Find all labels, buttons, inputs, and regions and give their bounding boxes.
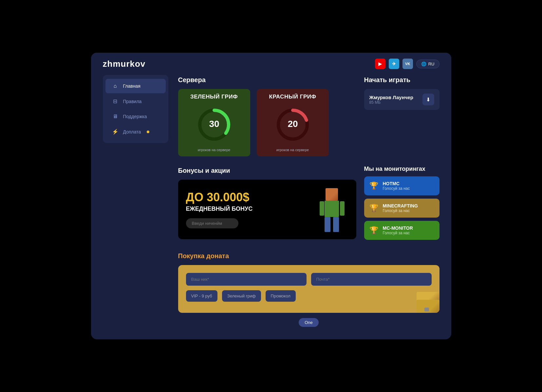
mc-arm-right xyxy=(340,201,345,216)
topup-icon: ⚡ xyxy=(112,129,119,135)
green-grif-option[interactable]: Зеленый гриф xyxy=(222,290,261,302)
minecrafting-name: MINECRAFTING xyxy=(383,203,418,208)
sidebar-label-support: Поддержка xyxy=(123,114,147,119)
donat-title: Покупка доната xyxy=(178,252,439,260)
red-server-donut: 20 xyxy=(275,107,311,143)
language-label: RU xyxy=(428,62,435,66)
mcmonitor-info: MC-MONITOR Голосуй за нас xyxy=(383,225,413,235)
monitoring-title: Мы на мониторингах xyxy=(364,166,439,172)
bonus-text-block: ДО 30.000$ ЕЖЕДНЕВНЫЙ БОНУС xyxy=(186,190,253,228)
bonuses-row: Бонусы и акции ДО 30.000$ ЕЖЕДНЕВНЫЙ БОН… xyxy=(178,166,439,243)
mc-body xyxy=(325,201,339,217)
launcher-info: Жмурков Лаунчер 85 МБ xyxy=(369,95,413,105)
launcher-name: Жмурков Лаунчер xyxy=(369,95,413,100)
logo: zhmurkov xyxy=(103,59,146,69)
start-play-panel: Начать играть Жмурков Лаунчер 85 МБ ⬇ xyxy=(364,75,439,110)
green-donut-wrap: 30 xyxy=(178,103,250,145)
svg-text:20: 20 xyxy=(288,119,298,129)
mc-arm-left xyxy=(320,201,324,216)
trophy-icon-mcmonitor: 🏆 xyxy=(369,226,378,235)
youtube-icon[interactable]: ▶ xyxy=(375,59,385,69)
servers-title: Сервера xyxy=(178,76,348,84)
minecrafting-info: MINECRAFTING Голосуй за нас xyxy=(383,203,418,213)
monitoring-panel: Мы на мониторингах 🏆 HOTMC Голосуй за на… xyxy=(364,166,439,243)
support-icon: 🖥 xyxy=(112,114,119,119)
vk-icon[interactable]: VK xyxy=(402,59,413,69)
sidebar-label-rules: Правила xyxy=(123,99,142,104)
start-play-title: Начать играть xyxy=(364,76,439,84)
promo-option[interactable]: Промокол xyxy=(266,290,296,302)
mcmonitor-sub: Голосуй за нас xyxy=(383,231,413,235)
mc-leg-left xyxy=(325,217,330,232)
red-server-name: КРАСНЫЙ ГРИФ xyxy=(257,89,329,103)
donat-inputs-row xyxy=(186,273,432,286)
download-button[interactable]: ⬇ xyxy=(422,94,434,105)
home-icon: ⌂ xyxy=(112,83,119,89)
trophy-icon-hotmc: 🏆 xyxy=(369,182,378,190)
green-server-donut: 30 xyxy=(196,107,232,143)
nick-input[interactable] xyxy=(186,273,307,286)
monitor-hotmc[interactable]: 🏆 HOTMC Голосуй за нас xyxy=(364,176,439,195)
svg-text:30: 30 xyxy=(209,119,219,129)
mcmonitor-name: MC-MONITOR xyxy=(383,225,413,231)
content-area: Сервера ЗЕЛЕНЫЙ ГРИФ 30 xyxy=(168,75,439,330)
hotmc-info: HOTMC Голосуй за нас xyxy=(383,181,410,191)
donat-options-row: VIP - 9 руб Зеленый гриф Промокол xyxy=(186,290,432,302)
sidebar-item-rules[interactable]: ⊟ Правила xyxy=(105,94,166,109)
header-right: ▶ ✈ VK 🌐 RU xyxy=(375,59,439,69)
app-container: zhmurkov ▶ ✈ VK 🌐 RU ⌂ Главная ⊟ Правила… xyxy=(91,53,451,339)
trophy-icon-minecrafting: 🏆 xyxy=(369,204,378,212)
bonus-nickname-input[interactable] xyxy=(186,218,238,228)
globe-icon: 🌐 xyxy=(421,62,426,66)
sidebar-item-home[interactable]: ⌂ Главная xyxy=(105,79,166,93)
monitor-minecrafting[interactable]: 🏆 MINECRAFTING Голосуй за нас xyxy=(364,199,439,218)
chest-decoration xyxy=(410,290,439,313)
header: zhmurkov ▶ ✈ VK 🌐 RU xyxy=(91,53,451,75)
servers-section: Сервера ЗЕЛЕНЫЙ ГРИФ 30 xyxy=(178,75,348,156)
telegram-icon[interactable]: ✈ xyxy=(389,59,399,69)
hotmc-name: HOTMC xyxy=(383,181,410,186)
hotmc-sub: Голосуй за нас xyxy=(383,186,410,191)
red-donut-wrap: 20 xyxy=(257,103,329,145)
launcher-size: 85 МБ xyxy=(369,100,413,105)
sidebar-label-topup: Доплата xyxy=(123,129,141,134)
language-button[interactable]: 🌐 RU xyxy=(416,60,439,68)
server-card-green[interactable]: ЗЕЛЕНЫЙ ГРИФ 30 игроков на сервере xyxy=(178,89,250,156)
sidebar-item-topup[interactable]: ⚡ Доплата xyxy=(105,124,166,139)
vip-option[interactable]: VIP - 9 руб xyxy=(186,290,217,302)
green-server-footer: игроков на сервере xyxy=(178,145,250,156)
mc-leg-right xyxy=(333,217,339,232)
sidebar-item-support[interactable]: 🖥 Поддержка xyxy=(105,109,166,124)
launcher-card[interactable]: Жмурков Лаунчер 85 МБ ⬇ xyxy=(364,89,439,110)
chest-lock xyxy=(424,308,429,312)
mc-head xyxy=(326,188,338,201)
monitor-mcmonitor[interactable]: 🏆 MC-MONITOR Голосуй за нас xyxy=(364,221,439,240)
donat-section: Покупка доната VIP - 9 руб Зеленый гриф … xyxy=(178,252,439,330)
main-content: ⌂ Главная ⊟ Правила 🖥 Поддержка ⚡ Доплат… xyxy=(91,75,451,339)
bonuses-title: Бонусы и акции xyxy=(178,167,356,174)
server-card-red[interactable]: КРАСНЫЙ ГРИФ 20 игроков на сервере xyxy=(257,89,329,156)
green-server-name: ЗЕЛЕНЫЙ ГРИФ xyxy=(178,89,250,103)
minecrafting-sub: Голосуй за нас xyxy=(383,208,418,213)
page-1-button[interactable]: One xyxy=(299,318,319,327)
servers-list: ЗЕЛЕНЫЙ ГРИФ 30 игроков на сервере xyxy=(178,89,348,156)
sidebar: ⌂ Главная ⊟ Правила 🖥 Поддержка ⚡ Доплат… xyxy=(103,75,168,143)
sidebar-label-home: Главная xyxy=(123,83,140,89)
bonus-banner: ДО 30.000$ ЕЖЕДНЕВНЫЙ БОНУС xyxy=(178,180,356,239)
topup-badge xyxy=(147,131,149,133)
red-server-footer: игроков на сервере xyxy=(257,145,329,156)
email-input[interactable] xyxy=(311,273,432,286)
pagination: One xyxy=(178,313,439,330)
rules-icon: ⊟ xyxy=(112,98,119,104)
bonus-subtitle: ЕЖЕДНЕВНЫЙ БОНУС xyxy=(186,205,253,212)
minecraft-character xyxy=(316,188,348,231)
donat-card: VIP - 9 руб Зеленый гриф Промокол xyxy=(178,265,439,313)
bonus-amount: ДО 30.000$ xyxy=(186,190,253,204)
bonuses-section: Бонусы и акции ДО 30.000$ ЕЖЕДНЕВНЫЙ БОН… xyxy=(178,166,356,243)
